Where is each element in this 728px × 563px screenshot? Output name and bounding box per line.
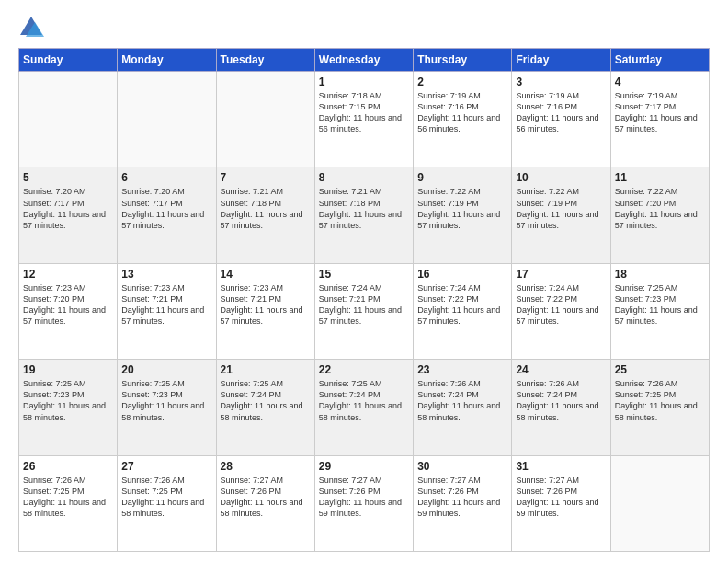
calendar-cell: 15Sunrise: 7:24 AMSunset: 7:21 PMDayligh…: [314, 263, 413, 359]
day-number: 25: [615, 363, 705, 376]
day-number: 2: [417, 75, 507, 88]
calendar-table: SundayMondayTuesdayWednesdayThursdayFrid…: [18, 48, 710, 552]
calendar-cell: 29Sunrise: 7:27 AMSunset: 7:26 PMDayligh…: [314, 455, 413, 551]
calendar-cell: [216, 72, 314, 167]
calendar-header-wednesday: Wednesday: [314, 49, 413, 72]
calendar-cell: 3Sunrise: 7:19 AMSunset: 7:16 PMDaylight…: [512, 72, 610, 167]
day-info: Sunrise: 7:25 AMSunset: 7:23 PMDaylight:…: [121, 378, 211, 423]
day-number: 8: [319, 171, 409, 184]
day-number: 18: [615, 268, 705, 281]
day-number: 14: [221, 268, 311, 281]
day-number: 9: [417, 171, 507, 184]
calendar-header-tuesday: Tuesday: [216, 49, 314, 72]
day-number: 10: [516, 171, 606, 184]
day-number: 30: [417, 460, 507, 473]
calendar-cell: 23Sunrise: 7:26 AMSunset: 7:24 PMDayligh…: [414, 360, 512, 455]
calendar-cell: 21Sunrise: 7:25 AMSunset: 7:24 PMDayligh…: [216, 360, 314, 455]
calendar-cell: 19Sunrise: 7:25 AMSunset: 7:23 PMDayligh…: [19, 360, 118, 455]
calendar-header-thursday: Thursday: [414, 49, 512, 72]
calendar-header-sunday: Sunday: [19, 49, 118, 72]
calendar-week-row: 1Sunrise: 7:18 AMSunset: 7:15 PMDaylight…: [19, 72, 710, 167]
calendar-header-friday: Friday: [512, 49, 610, 72]
calendar-cell: 2Sunrise: 7:19 AMSunset: 7:16 PMDaylight…: [414, 72, 512, 167]
day-info: Sunrise: 7:26 AMSunset: 7:24 PMDaylight:…: [516, 378, 606, 423]
calendar-cell: 24Sunrise: 7:26 AMSunset: 7:24 PMDayligh…: [512, 360, 610, 455]
calendar-week-row: 5Sunrise: 7:20 AMSunset: 7:17 PMDaylight…: [19, 167, 710, 263]
day-number: 24: [516, 363, 606, 376]
day-info: Sunrise: 7:27 AMSunset: 7:26 PMDaylight:…: [221, 475, 311, 520]
day-info: Sunrise: 7:21 AMSunset: 7:18 PMDaylight:…: [319, 186, 409, 231]
calendar-cell: 17Sunrise: 7:24 AMSunset: 7:22 PMDayligh…: [512, 263, 610, 359]
calendar-cell: 26Sunrise: 7:26 AMSunset: 7:25 PMDayligh…: [19, 455, 118, 551]
day-info: Sunrise: 7:25 AMSunset: 7:23 PMDaylight:…: [23, 378, 113, 423]
day-info: Sunrise: 7:22 AMSunset: 7:20 PMDaylight:…: [615, 186, 705, 231]
day-number: 5: [23, 171, 113, 184]
day-info: Sunrise: 7:24 AMSunset: 7:22 PMDaylight:…: [417, 282, 507, 327]
calendar-cell: 13Sunrise: 7:23 AMSunset: 7:21 PMDayligh…: [118, 263, 216, 359]
calendar-cell: 18Sunrise: 7:25 AMSunset: 7:23 PMDayligh…: [610, 263, 709, 359]
logo: [18, 15, 48, 40]
calendar-cell: 30Sunrise: 7:27 AMSunset: 7:26 PMDayligh…: [414, 455, 512, 551]
day-number: 4: [615, 75, 705, 88]
calendar-cell: 20Sunrise: 7:25 AMSunset: 7:23 PMDayligh…: [118, 360, 216, 455]
calendar-cell: 22Sunrise: 7:25 AMSunset: 7:24 PMDayligh…: [314, 360, 413, 455]
calendar-cell: 25Sunrise: 7:26 AMSunset: 7:25 PMDayligh…: [610, 360, 709, 455]
calendar-page: SundayMondayTuesdayWednesdayThursdayFrid…: [0, 0, 728, 563]
day-info: Sunrise: 7:26 AMSunset: 7:25 PMDaylight:…: [23, 475, 113, 520]
day-info: Sunrise: 7:19 AMSunset: 7:16 PMDaylight:…: [516, 90, 606, 135]
day-info: Sunrise: 7:21 AMSunset: 7:18 PMDaylight:…: [221, 186, 311, 231]
day-number: 22: [319, 363, 409, 376]
calendar-cell: 12Sunrise: 7:23 AMSunset: 7:20 PMDayligh…: [19, 263, 118, 359]
day-info: Sunrise: 7:22 AMSunset: 7:19 PMDaylight:…: [417, 186, 507, 231]
calendar-week-row: 12Sunrise: 7:23 AMSunset: 7:20 PMDayligh…: [19, 263, 710, 359]
logo-icon: [18, 15, 44, 40]
calendar-cell: 7Sunrise: 7:21 AMSunset: 7:18 PMDaylight…: [216, 167, 314, 263]
day-number: 29: [319, 460, 409, 473]
day-info: Sunrise: 7:23 AMSunset: 7:20 PMDaylight:…: [23, 282, 113, 327]
calendar-cell: 6Sunrise: 7:20 AMSunset: 7:17 PMDaylight…: [118, 167, 216, 263]
day-number: 21: [221, 363, 311, 376]
day-info: Sunrise: 7:25 AMSunset: 7:24 PMDaylight:…: [221, 378, 311, 423]
day-info: Sunrise: 7:26 AMSunset: 7:25 PMDaylight:…: [121, 475, 211, 520]
day-number: 7: [221, 171, 311, 184]
calendar-header-row: SundayMondayTuesdayWednesdayThursdayFrid…: [19, 49, 710, 72]
day-info: Sunrise: 7:20 AMSunset: 7:17 PMDaylight:…: [121, 186, 211, 231]
calendar-week-row: 26Sunrise: 7:26 AMSunset: 7:25 PMDayligh…: [19, 455, 710, 551]
day-info: Sunrise: 7:23 AMSunset: 7:21 PMDaylight:…: [121, 282, 211, 327]
calendar-cell: 8Sunrise: 7:21 AMSunset: 7:18 PMDaylight…: [314, 167, 413, 263]
calendar-header-saturday: Saturday: [610, 49, 709, 72]
day-number: 17: [516, 268, 606, 281]
day-number: 27: [121, 460, 211, 473]
calendar-header-monday: Monday: [118, 49, 216, 72]
day-info: Sunrise: 7:22 AMSunset: 7:19 PMDaylight:…: [516, 186, 606, 231]
day-info: Sunrise: 7:23 AMSunset: 7:21 PMDaylight:…: [221, 282, 311, 327]
calendar-cell: 31Sunrise: 7:27 AMSunset: 7:26 PMDayligh…: [512, 455, 610, 551]
calendar-cell: 11Sunrise: 7:22 AMSunset: 7:20 PMDayligh…: [610, 167, 709, 263]
day-info: Sunrise: 7:25 AMSunset: 7:23 PMDaylight:…: [615, 282, 705, 327]
day-info: Sunrise: 7:26 AMSunset: 7:25 PMDaylight:…: [615, 378, 705, 423]
day-number: 31: [516, 460, 606, 473]
day-number: 16: [417, 268, 507, 281]
calendar-cell: 5Sunrise: 7:20 AMSunset: 7:17 PMDaylight…: [19, 167, 118, 263]
day-number: 20: [121, 363, 211, 376]
day-number: 28: [221, 460, 311, 473]
day-info: Sunrise: 7:25 AMSunset: 7:24 PMDaylight:…: [319, 378, 409, 423]
day-info: Sunrise: 7:27 AMSunset: 7:26 PMDaylight:…: [516, 475, 606, 520]
day-info: Sunrise: 7:19 AMSunset: 7:17 PMDaylight:…: [615, 90, 705, 135]
day-info: Sunrise: 7:27 AMSunset: 7:26 PMDaylight:…: [319, 475, 409, 520]
calendar-week-row: 19Sunrise: 7:25 AMSunset: 7:23 PMDayligh…: [19, 360, 710, 455]
calendar-cell: 1Sunrise: 7:18 AMSunset: 7:15 PMDaylight…: [314, 72, 413, 167]
calendar-cell: [610, 455, 709, 551]
day-number: 26: [23, 460, 113, 473]
calendar-cell: [118, 72, 216, 167]
day-info: Sunrise: 7:24 AMSunset: 7:21 PMDaylight:…: [319, 282, 409, 327]
day-number: 23: [417, 363, 507, 376]
calendar-cell: 14Sunrise: 7:23 AMSunset: 7:21 PMDayligh…: [216, 263, 314, 359]
calendar-cell: 28Sunrise: 7:27 AMSunset: 7:26 PMDayligh…: [216, 455, 314, 551]
day-info: Sunrise: 7:18 AMSunset: 7:15 PMDaylight:…: [319, 90, 409, 135]
day-number: 12: [23, 268, 113, 281]
day-number: 1: [319, 75, 409, 88]
day-info: Sunrise: 7:24 AMSunset: 7:22 PMDaylight:…: [516, 282, 606, 327]
day-number: 13: [121, 268, 211, 281]
day-number: 3: [516, 75, 606, 88]
